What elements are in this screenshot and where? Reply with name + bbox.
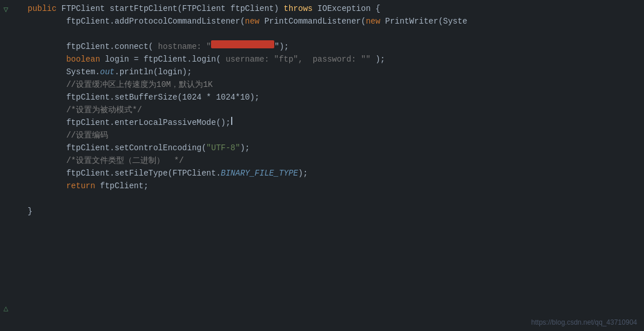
code-content: public FTPClient startFtpClient(FTPClien… [23, 0, 644, 220]
keyword-new2: new [366, 15, 380, 28]
code-line-6: System. out .println(login); [23, 66, 644, 78]
code-text: ); [298, 167, 308, 180]
code-line-14: ftpClient.setFileType(FTPClient. BINARY_… [23, 167, 644, 180]
code-text: "); [274, 40, 289, 53]
text-cursor [231, 117, 232, 125]
string-utf8: "UTF-8" [206, 142, 240, 154]
code-text [28, 53, 66, 66]
code-line-15: return ftpClient; [23, 180, 644, 192]
redacted-value [211, 40, 274, 48]
field-binary-type: BINARY_FILE_TYPE [221, 167, 298, 180]
code-text: ftpClient.connect( [28, 40, 158, 53]
code-line-5: boolean login = ftpClient.login( usernam… [23, 53, 644, 66]
code-line-9: /*设置为被动模式*/ [23, 104, 644, 116]
code-text: .println(login); [114, 66, 191, 78]
code-line-2: ftpClient.addProtocolCommandListener( ne… [23, 15, 644, 28]
method-out: out [100, 66, 114, 78]
code-text [28, 180, 66, 192]
comment-encoding: //设置编码 [28, 129, 108, 142]
code-editor: ▽ △ public FTPClient startFtpClient(FTPC… [0, 0, 644, 331]
gutter: ▽ △ [0, 0, 23, 331]
code-line-17: } [23, 205, 644, 218]
comment-filetype: /*设置文件类型（二进制） */ [28, 154, 184, 167]
code-text: ftpClient.setFileType(FTPClient. [28, 167, 221, 180]
param-hint-username: username: "ftp", [225, 53, 302, 66]
param-hint-hostname: hostname: " [158, 40, 211, 53]
code-text: PrintCommandListener( [259, 15, 366, 28]
keyword-return: return [66, 180, 95, 192]
watermark: https://blog.csdn.net/qq_43710904 [531, 318, 637, 326]
param-hint-password: password: "" [313, 53, 371, 66]
keyword-boolean: boolean [66, 53, 100, 66]
comment-buffersize: //设置缓冲区上传速度为10M，默认为1K [28, 78, 213, 91]
code-text: System. [28, 66, 100, 78]
fold-arrow-bottom[interactable]: △ [3, 303, 8, 313]
code-line-4: ftpClient.connect( hostname: " "); [23, 40, 644, 53]
code-text: ftpClient.setControlEncoding( [28, 142, 206, 154]
fold-arrow-top[interactable]: ▽ [3, 5, 8, 14]
code-line-13: /*设置文件类型（二进制） */ [23, 154, 644, 167]
code-text: FTPClient startFtpClient(FTPClient ftpCl… [56, 2, 283, 15]
code-text: ); [240, 142, 250, 154]
comment-passive: /*设置为被动模式*/ [28, 104, 142, 116]
code-text: ftpClient; [95, 180, 148, 192]
code-line-1: public FTPClient startFtpClient(FTPClien… [23, 2, 644, 15]
keyword-new: new [245, 15, 259, 28]
keyword-throws: throws [283, 2, 312, 15]
code-line-11: //设置编码 [23, 129, 644, 142]
code-text: ftpClient.setBufferSize(1024 * 1024*10); [28, 91, 259, 104]
code-line-10: ftpClient.enterLocalPassiveMode(); [23, 116, 644, 129]
code-line-16 [23, 192, 644, 205]
closing-brace: } [28, 205, 32, 218]
code-text: ftpClient.enterLocalPassiveMode(); [28, 116, 231, 129]
code-line-3 [23, 28, 644, 40]
code-line-12: ftpClient.setControlEncoding( "UTF-8" ); [23, 142, 644, 154]
code-line-7: //设置缓冲区上传速度为10M，默认为1K [23, 78, 644, 91]
code-text: IOException { [313, 2, 381, 15]
code-text: ); [371, 53, 385, 66]
code-text [303, 53, 313, 66]
code-text: PrintWriter(Syste [380, 15, 467, 28]
code-text: login = ftpClient.login( [100, 53, 225, 66]
code-line-8: ftpClient.setBufferSize(1024 * 1024*10); [23, 91, 644, 104]
code-text: ftpClient.addProtocolCommandListener( [28, 15, 245, 28]
keyword-public: public [28, 2, 56, 15]
